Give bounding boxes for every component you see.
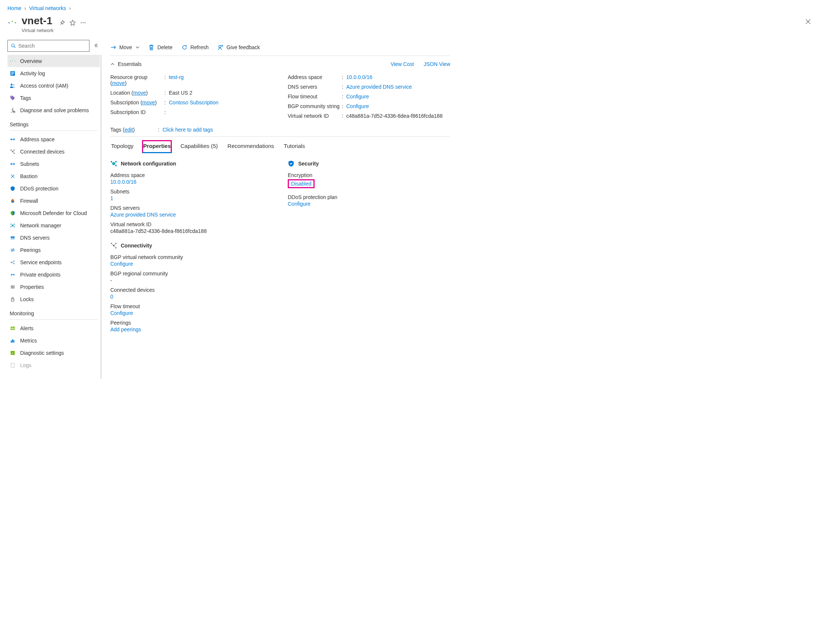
tab-capabilities[interactable]: Capabilities (5) (180, 141, 218, 153)
sidebar-item-service-endpoints[interactable]: Service endpoints (8, 256, 100, 268)
sidebar-item-label: Activity log (20, 71, 45, 77)
sidebar-item-metrics[interactable]: Metrics (8, 334, 100, 347)
sidebar-item-diagnose[interactable]: Diagnose and solve problems (8, 104, 100, 116)
prop-dns[interactable]: Azure provided DNS service (110, 212, 273, 218)
prop-encryption[interactable]: Disabled (291, 181, 311, 187)
delete-icon (148, 44, 154, 50)
essentials-grid: Resource group (move):test-rg Location (… (110, 71, 450, 121)
rg-move-link[interactable]: move (112, 80, 125, 86)
json-view-link[interactable]: JSON View (424, 61, 450, 67)
tags-icon (10, 95, 16, 101)
star-icon[interactable] (69, 19, 76, 26)
svg-point-23 (11, 262, 12, 263)
breadcrumb-vnets[interactable]: Virtual networks (29, 5, 66, 11)
prop-peerings[interactable]: Add peerings (110, 327, 273, 333)
delete-button[interactable]: Delete (148, 44, 172, 50)
svg-rect-29 (12, 299, 14, 301)
sidebar-item-locks[interactable]: Locks (8, 293, 100, 305)
connected-devices-icon (10, 149, 16, 155)
refresh-button[interactable]: Refresh (181, 44, 209, 50)
sidebar-item-properties[interactable]: Properties (8, 281, 100, 293)
sidebar-item-ddos[interactable]: DDoS protection (8, 182, 100, 195)
prop-address-space[interactable]: 10.0.0.0/16 (110, 179, 273, 185)
overview-icon (10, 58, 16, 64)
sidebar-item-dns-servers[interactable]: DNS servers (8, 232, 100, 244)
sidebar-item-defender[interactable]: Microsoft Defender for Cloud (8, 207, 100, 219)
sidebar-item-peerings[interactable]: Peerings (8, 244, 100, 256)
feedback-icon (218, 44, 224, 50)
tab-properties[interactable]: Properties (143, 141, 172, 153)
vnet-icon (8, 18, 17, 28)
pin-icon[interactable] (59, 19, 66, 26)
sub-move-link[interactable]: move (143, 100, 155, 106)
dns-value[interactable]: Azure provided DNS service (346, 84, 412, 90)
sidebar-item-label: Diagnostic settings (20, 350, 64, 356)
subscription-value[interactable]: Contoso Subscription (169, 100, 218, 106)
sidebar-item-subnets[interactable]: Subnets (8, 158, 100, 170)
main-content: Move Delete Refresh Give feedback Essent… (101, 38, 459, 379)
move-button[interactable]: Move (110, 44, 139, 50)
sidebar-item-overview[interactable]: Overview (8, 55, 100, 67)
breadcrumb-home[interactable]: Home (8, 5, 21, 11)
search-input[interactable] (8, 40, 89, 52)
sidebar-item-diagnostic-settings[interactable]: Diagnostic settings (8, 347, 100, 359)
prop-connected-devices[interactable]: 0 (110, 294, 273, 300)
close-icon[interactable] (804, 17, 812, 26)
sidebar-item-logs[interactable]: Logs (8, 359, 100, 371)
sidebar-item-private-endpoints[interactable]: Private endpoints (8, 268, 100, 281)
sidebar-item-firewall[interactable]: Firewall (8, 195, 100, 207)
svg-rect-6 (11, 73, 14, 74)
sidebar-item-label: Peerings (20, 247, 41, 253)
network-manager-icon (10, 222, 16, 228)
essentials-toggle[interactable]: Essentials View Cost JSON View (110, 56, 450, 71)
prop-flow-timeout[interactable]: Configure (110, 310, 273, 316)
connectivity-heading: Connectivity (110, 242, 273, 249)
prop-ddos[interactable]: Configure (288, 201, 450, 207)
svg-point-41 (111, 161, 112, 163)
tags-edit-link[interactable]: edit (124, 127, 133, 133)
search-icon (11, 43, 16, 48)
collapse-icon[interactable] (93, 43, 99, 49)
sidebar-item-bastion[interactable]: Bastion (8, 170, 100, 182)
prop-subnets[interactable]: 1 (110, 195, 273, 201)
view-cost-link[interactable]: View Cost (391, 61, 414, 67)
sidebar-item-alerts[interactable]: Alerts (8, 322, 100, 334)
sidebar-item-label: DNS servers (20, 235, 49, 241)
feedback-button[interactable]: Give feedback (218, 44, 260, 50)
svg-point-2 (84, 22, 86, 23)
sidebar-item-label: Overview (20, 58, 42, 64)
more-icon[interactable] (80, 19, 86, 26)
sidebar-item-connected-devices[interactable]: Connected devices (8, 145, 100, 158)
connectivity-icon (110, 242, 117, 249)
prop-vnet-id: c48a881a-7d52-4336-8dea-f8616fcda188 (110, 228, 273, 234)
sidebar-item-label: Connected devices (20, 149, 64, 155)
svg-rect-33 (14, 328, 14, 330)
prop-label: Peerings (110, 320, 273, 326)
sidebar-item-tags[interactable]: Tags (8, 92, 100, 104)
sidebar-item-access-control[interactable]: Access control (IAM) (8, 80, 100, 92)
address-space-value[interactable]: 10.0.0.0/16 (346, 74, 372, 80)
sidebar-item-activity-log[interactable]: Activity log (8, 67, 100, 80)
sidebar-item-address-space[interactable]: Address space (8, 133, 100, 145)
prop-bgp-vnet[interactable]: Configure (110, 261, 273, 267)
bgp-value[interactable]: Configure (346, 103, 369, 109)
command-bar: Move Delete Refresh Give feedback (110, 38, 450, 56)
svg-point-16 (12, 224, 14, 226)
loc-move-link[interactable]: move (133, 90, 146, 96)
properties-content: Network configuration Address space 10.0… (110, 153, 450, 350)
flow-timeout-value[interactable]: Configure (346, 94, 369, 100)
svg-point-19 (11, 226, 12, 227)
move-icon (110, 44, 116, 50)
tab-topology[interactable]: Topology (110, 141, 134, 153)
sidebar-item-label: Metrics (20, 338, 37, 343)
search-field[interactable] (18, 43, 86, 49)
bastion-icon (10, 173, 16, 179)
page-title: vnet-1 (21, 15, 52, 26)
sidebar: Overview Activity log Access control (IA… (0, 38, 101, 379)
resource-group-value[interactable]: test-rg (169, 74, 184, 86)
sidebar-item-label: Firewall (20, 198, 38, 204)
tags-value[interactable]: Click here to add tags (162, 127, 213, 133)
tab-tutorials[interactable]: Tutorials (283, 141, 306, 153)
tab-recommendations[interactable]: Recommendations (227, 141, 275, 153)
sidebar-item-network-manager[interactable]: Network manager (8, 219, 100, 232)
